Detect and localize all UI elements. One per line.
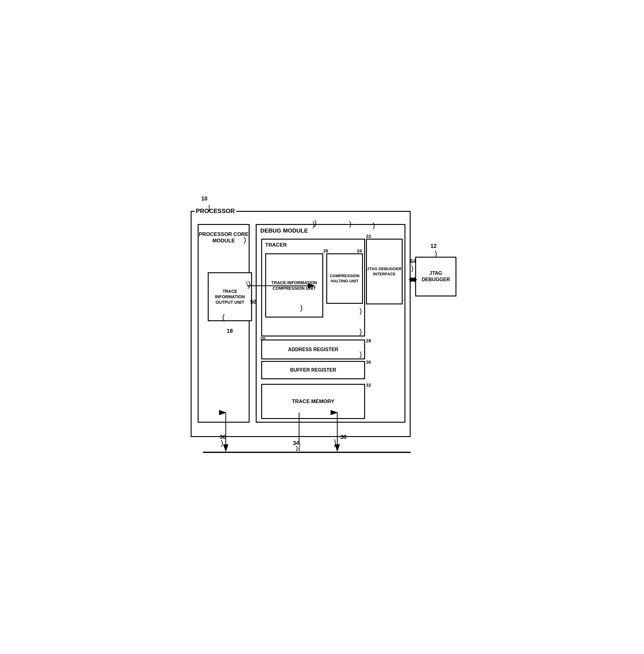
tracer-box: TRACER TRACE INFORMATION COMPRESSION UNI…	[261, 239, 365, 337]
ticu-title: TRACE INFORMATION COMPRESSION UNIT	[266, 280, 322, 291]
ref-24: 24	[357, 248, 362, 253]
ref-10: 10	[201, 196, 207, 202]
ticu-box: TRACE INFORMATION COMPRESSION UNIT	[265, 253, 323, 317]
ref-64: 64	[410, 258, 416, 265]
diagram: 10 14 16 12 PROCESSOR PROCESSOR CORE MOD…	[185, 186, 459, 468]
tiou-title: TRACE INFORMATION OUTPUT UNIT	[209, 289, 251, 305]
jdi-title: JTAG DEBUGGER INTERFACE	[367, 267, 402, 277]
ref-36: 36	[220, 434, 226, 441]
ref-22: 22	[366, 233, 371, 239]
ref-26: 26	[323, 248, 328, 253]
address-register-box: ADDRESS REGISTER	[261, 340, 365, 359]
buffer-register-box: BUFFER REGISTER	[261, 361, 365, 379]
chu-box: COMPRESSION HALTING UNIT	[326, 253, 363, 304]
jdi-box: JTAG DEBUGGER INTERFACE	[366, 239, 402, 305]
trace-memory-title: TRACE MEMORY	[292, 399, 334, 405]
processor-box: PROCESSOR PROCESSOR CORE MODULE TRACE IN…	[191, 211, 411, 437]
ref-28: 28	[366, 338, 371, 343]
jtag-debugger-title: JTAG DEBUGGER	[416, 270, 456, 283]
ref-34: 34	[293, 440, 299, 447]
chu-title: COMPRESSION HALTING UNIT	[327, 273, 362, 284]
pcm-box: PROCESSOR CORE MODULE TRACE INFORMATION …	[198, 224, 250, 423]
ref-18: 18	[227, 328, 233, 334]
ref-20: 20	[260, 336, 266, 341]
debug-box: DEBUG MODULE TRACER TRACE INFORMATION CO…	[256, 224, 406, 423]
trace-memory-box: TRACE MEMORY	[261, 384, 365, 419]
processor-label: PROCESSOR	[194, 207, 236, 215]
tiou-box: TRACE INFORMATION OUTPUT UNIT	[208, 272, 252, 321]
jtag-debugger-box: JTAG DEBUGGER	[415, 257, 456, 296]
ref-12: 12	[431, 243, 437, 249]
pcm-title: PROCESSOR CORE MODULE	[199, 231, 249, 244]
ref-38: 38	[340, 434, 346, 441]
tracer-label: TRACER	[265, 242, 287, 248]
buffer-register-title: BUFFER REGISTER	[290, 367, 336, 373]
ref-30: 30	[366, 359, 371, 365]
debug-label: DEBUG MODULE	[260, 227, 308, 234]
ref-32: 32	[366, 382, 371, 387]
address-register-title: ADDRESS REGISTER	[288, 347, 338, 352]
